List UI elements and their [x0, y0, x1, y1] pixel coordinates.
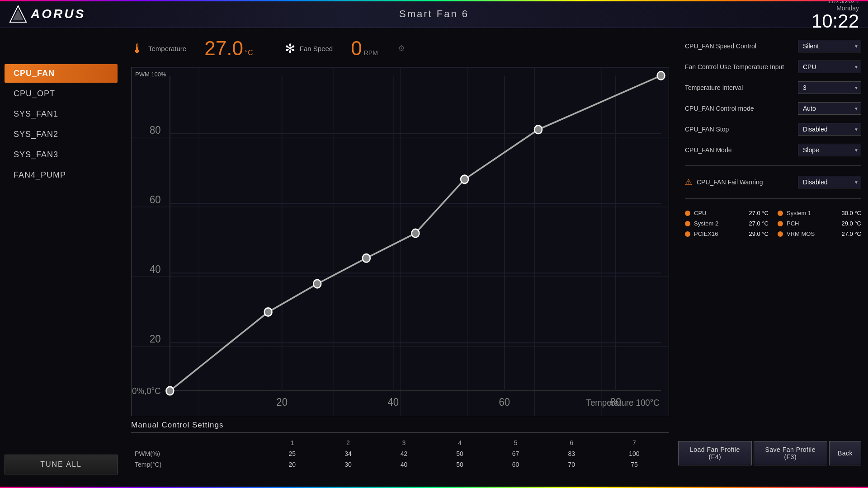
- speed-control-select[interactable]: Silent Normal Aggressive Full Speed Manu…: [798, 40, 861, 52]
- sidebar-item-cpu-opt[interactable]: CPU_OPT: [5, 84, 118, 103]
- svg-point-25: [313, 280, 321, 288]
- temp-val-4: 50: [432, 459, 488, 470]
- table-header-row: 1 2 3 4 5 6 7: [131, 437, 669, 448]
- temp-dot-pciex16: [685, 231, 690, 237]
- temp-val-pciex16: 29.0 °C: [749, 230, 769, 237]
- sidebar-item-sys-fan3[interactable]: SYS_FAN3: [5, 145, 118, 164]
- fan-icon: ✻: [285, 41, 295, 56]
- svg-point-28: [461, 175, 468, 183]
- sidebar-item-fan4-pump[interactable]: FAN4_PUMP: [5, 166, 118, 184]
- svg-point-30: [657, 71, 665, 80]
- col-header-6: 6: [543, 437, 599, 448]
- temp-interval-label: Temperature Interval: [685, 84, 798, 91]
- fan-value: 0: [351, 37, 362, 60]
- temp-dot-pch: [778, 221, 783, 226]
- save-profile-button[interactable]: Save Fan Profile (F3): [754, 441, 827, 465]
- header-rainbow-bar: [0, 0, 868, 1]
- svg-text:20: 20: [276, 396, 288, 408]
- sidebar-item-sys-fan2[interactable]: SYS_FAN2: [5, 125, 118, 144]
- col-header-1: 1: [264, 437, 321, 448]
- tune-all-button[interactable]: TUNE ALL: [5, 455, 118, 474]
- temp-val-system1: 30.0 °C: [841, 210, 861, 216]
- fan-curve-chart[interactable]: PWM 100% 80 60 40 20 0%,0°C 2: [131, 67, 669, 416]
- speed-control-label: CPU_FAN Speed Control: [685, 42, 798, 50]
- svg-text:80: 80: [150, 124, 161, 136]
- temp-input-select-wrapper: CPU System 1 System 2 PCH: [798, 61, 861, 73]
- svg-text:40: 40: [150, 263, 161, 275]
- svg-text:Temperature 100°C: Temperature 100°C: [586, 397, 660, 408]
- svg-text:60: 60: [499, 396, 510, 408]
- pwm-label: PWM(%): [131, 448, 264, 459]
- temp-val-pch: 29.0 °C: [841, 220, 861, 227]
- temp-val-cpu: 27.0 °C: [749, 210, 769, 216]
- temp-value-group: 27.0 °C: [204, 37, 253, 60]
- fail-warning-label: CPU_FAN Fail Warning: [697, 178, 793, 186]
- temp-name-vrmmos: VRM MOS: [787, 230, 838, 237]
- temp-name-pch: PCH: [787, 220, 838, 227]
- settings-gear-icon[interactable]: ⚙: [398, 43, 405, 53]
- temp-input-select[interactable]: CPU System 1 System 2 PCH: [798, 61, 861, 73]
- temp-unit: °C: [245, 49, 253, 57]
- fan-list: CPU_FAN CPU_OPT SYS_FAN1 SYS_FAN2 SYS_FA…: [5, 64, 118, 184]
- temp-input-label: Fan Control Use Temperature Input: [685, 63, 798, 70]
- aorus-logo-icon: [9, 5, 27, 23]
- fail-warning-select-wrapper: Disabled Enabled: [798, 176, 861, 188]
- temp-reading-pch: PCH 29.0 °C: [778, 220, 861, 227]
- sidebar-item-sys-fan1[interactable]: SYS_FAN1: [5, 105, 118, 123]
- col-header-7: 7: [599, 437, 669, 448]
- control-mode-label: CPU_FAN Control mode: [685, 105, 798, 112]
- temp-input-row: Fan Control Use Temperature Input CPU Sy…: [685, 58, 861, 76]
- back-button[interactable]: Back: [829, 441, 861, 465]
- pwm-val-3: 42: [376, 448, 432, 459]
- temp-name-pciex16: PCIEX16: [694, 230, 745, 237]
- temp-val-2: 30: [320, 459, 376, 470]
- svg-text:20: 20: [150, 333, 161, 345]
- fan-mode-row: CPU_FAN Mode Slope Staircase: [685, 141, 861, 159]
- temp-dot-vrmmos: [778, 231, 783, 237]
- fan-unit: RPM: [364, 49, 378, 56]
- temp-label: Temperature: [148, 45, 186, 52]
- pwm-row: PWM(%) 25 34 42 50 67 83 100: [131, 448, 669, 459]
- temp-dot-cpu: [685, 211, 690, 216]
- temp-interval-row: Temperature Interval 1 2 3 4 5: [685, 79, 861, 97]
- warning-icon: ⚠: [685, 177, 692, 187]
- svg-point-27: [411, 229, 419, 237]
- temp-interval-select[interactable]: 1 2 3 4 5: [798, 81, 861, 94]
- manual-settings-title: Manual Control Settings: [131, 421, 669, 433]
- sidebar-item-cpu-fan[interactable]: CPU_FAN: [5, 64, 118, 83]
- fan-mode-label: CPU_FAN Mode: [685, 146, 798, 154]
- fan-mode-select-wrapper: Slope Staircase: [798, 144, 861, 156]
- temp-val-3: 40: [376, 459, 432, 470]
- sidebar: CPU_FAN CPU_OPT SYS_FAN1 SYS_FAN2 SYS_FA…: [0, 28, 122, 483]
- temp-val-5: 60: [488, 459, 544, 470]
- header: AORUS Smart Fan 6 11/25/2024 Monday 10:2…: [0, 0, 868, 28]
- logo-text: AORUS: [31, 7, 85, 21]
- load-profile-button[interactable]: Load Fan Profile (F4): [678, 441, 752, 465]
- main-content: 🌡 Temperature 27.0 °C ✻ Fan Speed 0 RPM …: [122, 28, 678, 479]
- pwm-val-1: 25: [264, 448, 321, 459]
- temp-name-cpu: CPU: [694, 210, 745, 216]
- fan-stop-select[interactable]: Disabled Enabled: [798, 123, 861, 136]
- divider-1: [685, 165, 861, 166]
- fan-stop-label: CPU_FAN Stop: [685, 126, 798, 133]
- fan-mode-select[interactable]: Slope Staircase: [798, 144, 861, 156]
- control-mode-select[interactable]: Auto Voltage PWM: [798, 102, 861, 115]
- temperature-sensor: 🌡 Temperature: [131, 41, 186, 56]
- temp-val-7: 75: [599, 459, 669, 470]
- temp-val-6: 70: [543, 459, 599, 470]
- time-display: 10:22: [811, 12, 859, 31]
- temp-val-1: 20: [264, 459, 321, 470]
- control-mode-select-wrapper: Auto Voltage PWM: [798, 102, 861, 115]
- logo: AORUS: [9, 5, 85, 23]
- svg-point-29: [534, 126, 542, 134]
- settings-table: 1 2 3 4 5 6 7 PWM(%) 25 34 42 50 67 83: [131, 437, 669, 470]
- fail-warning-select[interactable]: Disabled Enabled: [798, 176, 861, 188]
- temp-reading-vrmmos: VRM MOS 27.0 °C: [778, 230, 861, 237]
- svg-marker-1: [13, 9, 24, 20]
- speed-control-select-wrapper: Silent Normal Aggressive Full Speed Manu…: [798, 40, 861, 52]
- pwm-val-7: 100: [599, 448, 669, 459]
- temp-label: Temp(°C): [131, 459, 264, 470]
- temp-val-system2: 27.0 °C: [749, 220, 769, 227]
- temp-readings: CPU 27.0 °C System 1 30.0 °C System 2 27…: [685, 210, 861, 237]
- control-mode-row: CPU_FAN Control mode Auto Voltage PWM: [685, 99, 861, 117]
